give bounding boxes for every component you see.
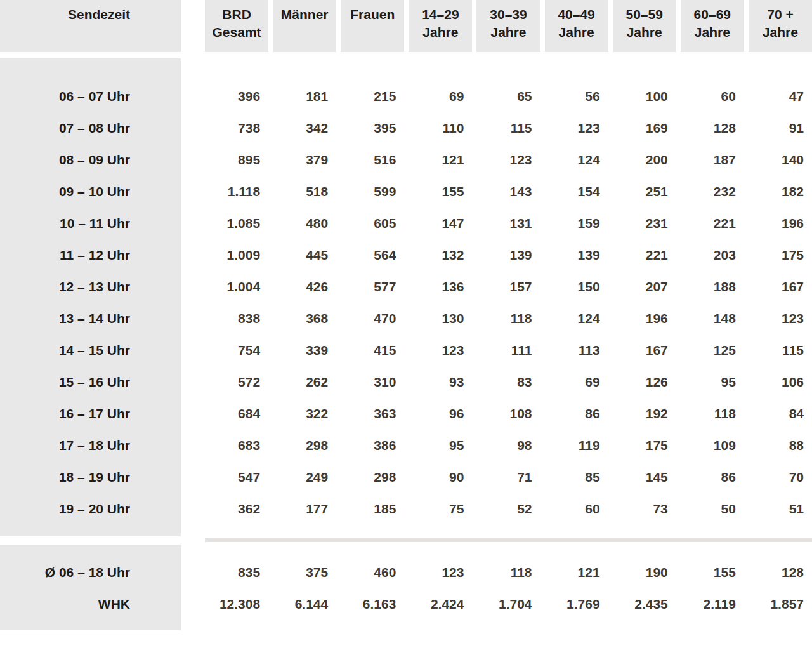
row-label: 11 – 12 Uhr [0, 239, 181, 271]
row-label: 14 – 15 Uhr [0, 334, 181, 366]
row-gap [185, 430, 200, 461]
value-cell: 147 [409, 208, 472, 239]
row-gap [185, 271, 200, 303]
value-cell: 181 [273, 81, 336, 112]
value-cell: 339 [273, 334, 336, 366]
header-gap [185, 0, 200, 52]
value-cell: 51 [749, 493, 812, 525]
value-cell: 298 [341, 461, 404, 493]
row-label: 10 – 11 Uhr [0, 208, 181, 239]
column-header-line1: 50–59 [613, 6, 676, 23]
column-header-line1: Männer [273, 6, 336, 23]
value-cell: 113 [545, 334, 608, 366]
row-label: 09 – 10 Uhr [0, 176, 181, 208]
row-gap [185, 366, 200, 398]
value-cell: 148 [681, 303, 744, 334]
value-cell: 838 [205, 303, 268, 334]
value-cell: 188 [681, 271, 744, 303]
value-cell: 192 [613, 398, 676, 430]
table-row: 06 – 07 Uhr3961812156965561006047 [0, 81, 812, 112]
column-header-line2: Jahre [409, 23, 472, 41]
table-row: 10 – 11 Uhr1.085480605147131159231221196 [0, 208, 812, 239]
value-cell: 221 [613, 239, 676, 271]
value-cell: 139 [545, 239, 608, 271]
column-header-line1: 40–49 [545, 6, 608, 23]
value-cell: 157 [476, 271, 540, 303]
value-cell: 572 [205, 366, 268, 398]
table-row: 17 – 18 Uhr683298386959811917510988 [0, 430, 812, 461]
value-cell: 203 [681, 239, 744, 271]
value-cell: 145 [613, 461, 676, 493]
value-cell: 262 [273, 366, 336, 398]
row-label: 07 – 08 Uhr [0, 112, 181, 144]
value-cell: 1.004 [205, 271, 268, 303]
value-cell: 175 [749, 239, 812, 271]
value-cell: 126 [613, 366, 676, 398]
value-cell: 98 [476, 430, 540, 461]
value-cell: 123 [476, 144, 540, 176]
value-cell: 1.118 [205, 176, 268, 208]
value-cell: 84 [749, 398, 812, 430]
value-cell: 131 [476, 208, 540, 239]
value-cell: 60 [681, 81, 744, 112]
row-label: 18 – 19 Uhr [0, 461, 181, 493]
column-header-line1: 30–39 [476, 6, 540, 23]
value-cell: 1.704 [476, 588, 540, 620]
column-header-line1: Frauen [341, 6, 404, 23]
row-gap [185, 239, 200, 271]
value-cell: 200 [613, 144, 676, 176]
value-cell: 132 [409, 239, 472, 271]
value-cell: 395 [341, 112, 404, 144]
column-header-2: Männer [273, 0, 336, 52]
row-label: 13 – 14 Uhr [0, 303, 181, 334]
value-cell: 121 [545, 557, 608, 588]
value-cell: 754 [205, 334, 268, 366]
value-cell: 231 [613, 208, 676, 239]
value-cell: 115 [749, 334, 812, 366]
value-cell: 47 [749, 81, 812, 112]
column-header-line2: Jahre [681, 23, 744, 41]
value-cell: 1.085 [205, 208, 268, 239]
value-cell: 123 [409, 334, 472, 366]
value-cell: 895 [205, 144, 268, 176]
row-gap [185, 461, 200, 493]
value-cell: 75 [409, 493, 472, 525]
column-header-5: 30–39Jahre [476, 0, 540, 52]
value-cell: 232 [681, 176, 744, 208]
column-header-9: 70 +Jahre [749, 0, 812, 52]
value-cell: 310 [341, 366, 404, 398]
value-cell: 215 [341, 81, 404, 112]
table-row: 16 – 17 Uhr684322363961088619211884 [0, 398, 812, 430]
table-summary: Ø 06 – 18 Uhr835375460123118121190155128… [0, 545, 812, 630]
value-cell: 150 [545, 271, 608, 303]
column-header-6: 40–49Jahre [545, 0, 608, 52]
value-cell: 386 [341, 430, 404, 461]
column-header-line1: 14–29 [409, 6, 472, 23]
value-cell: 118 [476, 303, 540, 334]
value-cell: 470 [341, 303, 404, 334]
value-cell: 363 [341, 398, 404, 430]
value-cell: 154 [545, 176, 608, 208]
value-cell: 190 [613, 557, 676, 588]
value-cell: 169 [613, 112, 676, 144]
row-label: 06 – 07 Uhr [0, 81, 181, 112]
row-label: 15 – 16 Uhr [0, 366, 181, 398]
value-cell: 221 [681, 208, 744, 239]
summary-separator [0, 536, 812, 545]
value-cell: 426 [273, 271, 336, 303]
value-cell: 547 [205, 461, 268, 493]
value-cell: 130 [409, 303, 472, 334]
value-cell: 83 [476, 366, 540, 398]
value-cell: 50 [681, 493, 744, 525]
value-cell: 155 [681, 557, 744, 588]
value-cell: 123 [749, 303, 812, 334]
value-cell: 375 [273, 557, 336, 588]
value-cell: 88 [749, 430, 812, 461]
value-cell: 518 [273, 176, 336, 208]
table-row: 09 – 10 Uhr1.118518599155143154251232182 [0, 176, 812, 208]
column-header-line2: Jahre [613, 23, 676, 41]
value-cell: 298 [273, 430, 336, 461]
row-label: 17 – 18 Uhr [0, 430, 181, 461]
value-cell: 322 [273, 398, 336, 430]
value-cell: 182 [749, 176, 812, 208]
